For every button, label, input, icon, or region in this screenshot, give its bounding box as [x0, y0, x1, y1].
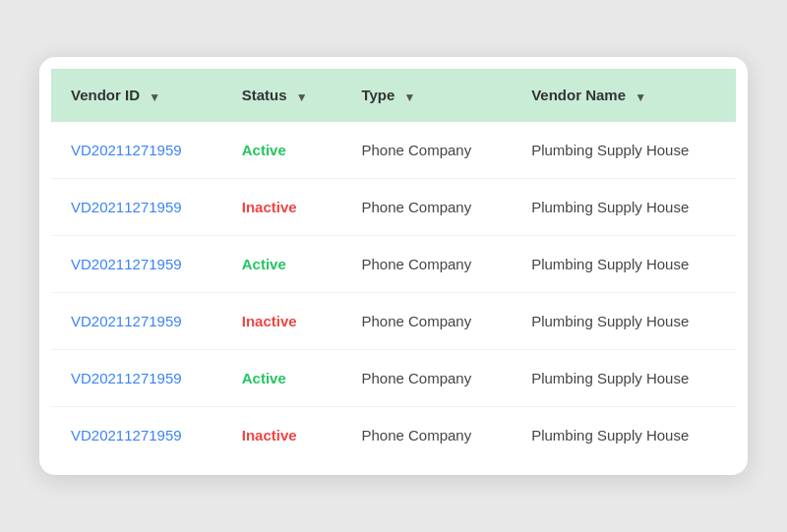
status-badge: Inactive	[242, 199, 297, 215]
cell-vendor-name: Plumbing Supply House	[512, 122, 736, 179]
cell-type: Phone Company	[341, 122, 512, 179]
cell-status: Inactive	[222, 178, 342, 235]
cell-vendor-name: Plumbing Supply House	[512, 349, 736, 406]
status-badge: Active	[242, 370, 286, 386]
cell-vendor-id[interactable]: VD20211271959	[51, 349, 222, 406]
col-label-vendor-name: Vendor Name	[531, 87, 626, 103]
filter-icon-vendor-id[interactable]: ▼	[149, 90, 160, 104]
cell-vendor-id[interactable]: VD20211271959	[51, 178, 222, 235]
filter-icon-type[interactable]: ▼	[404, 90, 416, 104]
cell-vendor-name: Plumbing Supply House	[512, 235, 736, 292]
col-header-status: Status ▼	[222, 69, 342, 121]
cell-status: Inactive	[222, 406, 342, 463]
vendor-table: Vendor ID ▼ Status ▼ Type ▼ Vendor Name …	[51, 69, 736, 462]
status-badge: Inactive	[242, 313, 297, 329]
filter-icon-status[interactable]: ▼	[296, 90, 308, 104]
table-row: VD20211271959 Inactive Phone Company Plu…	[51, 292, 736, 349]
cell-status: Active	[222, 122, 342, 179]
col-label-vendor-id: Vendor ID	[71, 87, 140, 103]
cell-vendor-id[interactable]: VD20211271959	[51, 122, 222, 179]
col-header-vendor-id: Vendor ID ▼	[51, 69, 222, 121]
cell-type: Phone Company	[341, 349, 512, 406]
cell-status: Active	[222, 349, 342, 406]
table-row: VD20211271959 Inactive Phone Company Plu…	[51, 406, 736, 463]
cell-vendor-id[interactable]: VD20211271959	[51, 406, 222, 463]
table-row: VD20211271959 Active Phone Company Plumb…	[51, 122, 736, 179]
cell-type: Phone Company	[341, 406, 512, 463]
col-label-status: Status	[242, 87, 287, 103]
col-label-type: Type	[361, 87, 394, 103]
col-header-vendor-name: Vendor Name ▼	[512, 69, 736, 121]
col-header-type: Type ▼	[341, 69, 512, 121]
cell-type: Phone Company	[341, 178, 512, 235]
vendor-table-card: Vendor ID ▼ Status ▼ Type ▼ Vendor Name …	[39, 57, 748, 474]
cell-vendor-id[interactable]: VD20211271959	[51, 292, 222, 349]
cell-vendor-name: Plumbing Supply House	[512, 178, 736, 235]
status-badge: Inactive	[242, 427, 297, 443]
cell-vendor-id[interactable]: VD20211271959	[51, 235, 222, 292]
table-row: VD20211271959 Inactive Phone Company Plu…	[51, 178, 736, 235]
status-badge: Active	[242, 256, 286, 272]
table-row: VD20211271959 Active Phone Company Plumb…	[51, 349, 736, 406]
cell-type: Phone Company	[341, 292, 512, 349]
filter-icon-vendor-name[interactable]: ▼	[635, 90, 646, 104]
table-header-row: Vendor ID ▼ Status ▼ Type ▼ Vendor Name …	[51, 69, 736, 121]
cell-type: Phone Company	[341, 235, 512, 292]
cell-status: Active	[222, 235, 342, 292]
status-badge: Active	[242, 142, 286, 158]
cell-vendor-name: Plumbing Supply House	[512, 406, 736, 463]
cell-vendor-name: Plumbing Supply House	[512, 292, 736, 349]
table-row: VD20211271959 Active Phone Company Plumb…	[51, 235, 736, 292]
cell-status: Inactive	[222, 292, 342, 349]
